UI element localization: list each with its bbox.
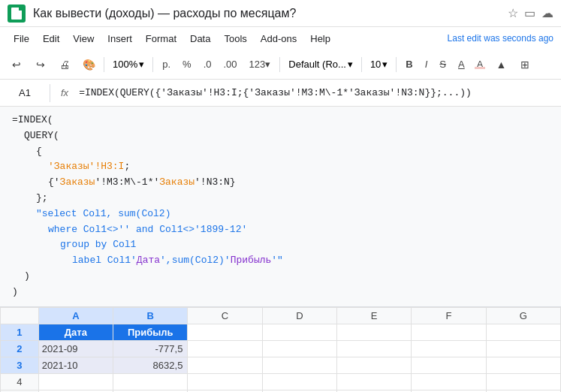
- cell-e2[interactable]: [337, 340, 412, 357]
- menu-insert[interactable]: Insert: [101, 30, 138, 47]
- formula-display: =INDEX( QUERY( { 'Заказы'!H3:I; {'Заказы…: [0, 107, 561, 307]
- main-area: =INDEX( QUERY( { 'Заказы'!H3:I; {'Заказы…: [0, 107, 561, 392]
- cloud-icon[interactable]: ☁: [541, 6, 553, 20]
- fx-icon: fx: [56, 87, 73, 98]
- cell-e1[interactable]: [337, 324, 412, 340]
- currency-button[interactable]: p.: [158, 57, 175, 71]
- col-header-d[interactable]: D: [262, 307, 336, 324]
- cell-d3[interactable]: [262, 357, 336, 373]
- row-header-1: 1: [1, 324, 39, 340]
- formula-line-8: group by Col1: [12, 237, 549, 253]
- row-header-4: 4: [1, 373, 39, 390]
- menu-file[interactable]: File: [8, 30, 35, 47]
- number-format-button[interactable]: 123▾: [245, 57, 276, 71]
- cell-d1[interactable]: [262, 324, 336, 340]
- menu-tools[interactable]: Tools: [218, 30, 252, 47]
- cell-b1[interactable]: Прибыль: [113, 324, 188, 340]
- paint-format-button[interactable]: 🎨: [78, 54, 99, 75]
- decimal0-button[interactable]: .0: [199, 57, 216, 71]
- text-color-button[interactable]: A: [472, 57, 488, 71]
- menu-help[interactable]: Help: [304, 30, 336, 47]
- cell-b2[interactable]: -777,5: [113, 340, 188, 357]
- formula-line-7: where Col1<>'' and Col1<>'1899-12': [12, 222, 549, 238]
- cell-c3[interactable]: [188, 357, 262, 373]
- strikethrough-button[interactable]: S: [435, 57, 451, 71]
- decimal00-button[interactable]: .00: [219, 57, 242, 71]
- drive-icon[interactable]: ▭: [524, 6, 535, 20]
- separator-4: [361, 57, 362, 72]
- cell-b3[interactable]: 8632,5: [113, 357, 188, 373]
- col-header-e[interactable]: E: [337, 307, 412, 324]
- underline-button[interactable]: A: [454, 57, 469, 71]
- cell-a4[interactable]: [38, 373, 113, 390]
- cell-g3[interactable]: [486, 357, 560, 373]
- menu-data[interactable]: Data: [184, 30, 216, 47]
- cell-a3[interactable]: 2021-10: [38, 357, 113, 373]
- corner-cell: [1, 307, 39, 324]
- formula-line-1: QUERY(: [12, 128, 549, 144]
- cell-d4[interactable]: [262, 373, 336, 390]
- col-header-c[interactable]: C: [188, 307, 262, 324]
- percent-button[interactable]: %: [178, 57, 196, 71]
- formula-line-11: ): [12, 285, 549, 300]
- star-icon[interactable]: ☆: [508, 6, 518, 20]
- formula-input[interactable]: [79, 87, 555, 98]
- menu-addons[interactable]: Add-ons: [255, 30, 303, 47]
- print-button[interactable]: 🖨: [54, 54, 75, 75]
- col-header-f[interactable]: F: [412, 307, 486, 324]
- title-bar: Как вывести (доходы) — расходы по месяца…: [0, 0, 561, 27]
- cell-f4[interactable]: [412, 373, 486, 390]
- cell-f2[interactable]: [412, 340, 486, 357]
- highlight-color-button[interactable]: ▲: [490, 54, 511, 75]
- sheets-app-icon: [8, 5, 26, 23]
- col-header-a[interactable]: A: [38, 307, 113, 324]
- cell-b4[interactable]: [113, 373, 188, 390]
- cell-e3[interactable]: [337, 357, 412, 373]
- zoom-dropdown[interactable]: 100% ▾: [109, 56, 148, 72]
- separator-5: [396, 57, 397, 72]
- cell-reference-input[interactable]: [6, 84, 44, 101]
- row-header-3: 3: [1, 357, 39, 373]
- font-size-chevron: ▾: [382, 59, 388, 70]
- borders-button[interactable]: ⊞: [514, 54, 535, 75]
- last-edit-text: Last edit was seconds ago: [448, 33, 553, 44]
- table-row: 4: [1, 373, 561, 390]
- font-family-dropdown[interactable]: Default (Ro... ▾: [285, 56, 357, 72]
- cell-c1[interactable]: [188, 324, 262, 340]
- cell-d2[interactable]: [262, 340, 336, 357]
- table-row: 2 2021-09 -777,5: [1, 340, 561, 357]
- formula-part-orders-h: 'Заказы'!H3:I: [48, 161, 124, 172]
- table-row: 1 Дата Прибыль: [1, 324, 561, 340]
- redo-button[interactable]: ↪: [30, 54, 51, 75]
- italic-button[interactable]: I: [421, 57, 433, 71]
- toolbar: ↩ ↪ 🖨 🎨 100% ▾ p. % .0 .00 123▾ Default …: [0, 50, 561, 80]
- sheet-table: A B C D E F G 1 Дата Прибыль: [0, 307, 561, 392]
- cell-e4[interactable]: [337, 373, 412, 390]
- separator-1: [104, 57, 104, 72]
- undo-button[interactable]: ↩: [6, 54, 27, 75]
- cell-f1[interactable]: [412, 324, 486, 340]
- separator-2: [152, 57, 153, 72]
- cell-g1[interactable]: [486, 324, 560, 340]
- menu-view[interactable]: View: [67, 30, 100, 47]
- row-header-2: 2: [1, 340, 39, 357]
- menu-edit[interactable]: Edit: [37, 30, 65, 47]
- cell-c2[interactable]: [188, 340, 262, 357]
- formula-bar-divider: [50, 84, 50, 102]
- cell-a2[interactable]: 2021-09: [38, 340, 113, 357]
- title-action-icons: ☆ ▭ ☁: [508, 6, 553, 20]
- cell-c4[interactable]: [188, 373, 262, 390]
- col-header-g[interactable]: G: [486, 307, 560, 324]
- separator-3: [279, 57, 280, 72]
- cell-g4[interactable]: [486, 373, 560, 390]
- cell-g2[interactable]: [486, 340, 560, 357]
- cell-f3[interactable]: [412, 357, 486, 373]
- formula-line-10: ): [12, 269, 549, 285]
- menu-bar: File Edit View Insert Format Data Tools …: [0, 27, 561, 50]
- col-header-b[interactable]: B: [113, 307, 188, 324]
- menu-format[interactable]: Format: [140, 30, 182, 47]
- text-color-indicator: [475, 67, 485, 69]
- bold-button[interactable]: B: [401, 57, 417, 71]
- font-size-dropdown[interactable]: 10 ▾: [366, 56, 391, 72]
- cell-a1[interactable]: Дата: [38, 324, 113, 340]
